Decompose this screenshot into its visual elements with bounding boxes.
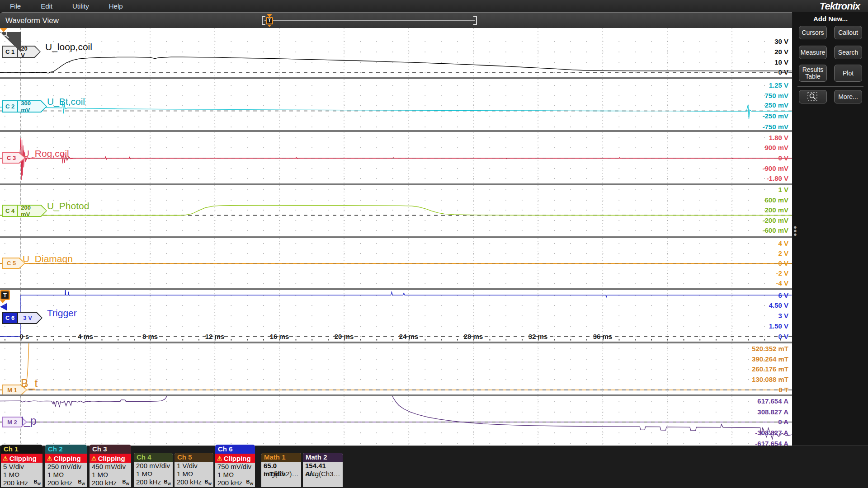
c1-waveform-label: U_loop,coil — [45, 42, 92, 52]
trigger-position-pointer-icon[interactable] — [267, 14, 272, 17]
menu-edit[interactable]: Edit — [31, 2, 62, 10]
channel-setting-row: 200 mV/div — [134, 462, 173, 470]
clipping-banner: ⚠Clipping — [215, 454, 255, 463]
channel-setting-row: 1 MΩ — [215, 471, 255, 479]
channel-setting-row: 1 MΩ — [90, 471, 131, 479]
c4-badge-text: 200 mV — [17, 206, 46, 216]
waveform-view-title: Waveform View — [5, 16, 59, 25]
channel-badge-header: Ch 5 — [175, 453, 213, 462]
channel-setting-row: 5 V/div — [1, 463, 42, 471]
c3-scale-label: -1.80 V — [767, 174, 788, 182]
time-axis-label: 36 ms — [593, 333, 613, 340]
measure-button[interactable]: Measure — [799, 46, 827, 59]
m1-scale-label: 0 T — [778, 386, 788, 394]
m2-scale-label: 617.654 A — [757, 397, 788, 405]
plot-button[interactable]: Plot — [834, 65, 862, 82]
c3-badge-text: C 3 — [3, 153, 24, 163]
c6-scale-label: 0 V — [778, 333, 788, 340]
search-button[interactable]: Search — [834, 46, 862, 59]
menu-utility[interactable]: Utility — [62, 2, 99, 10]
channel-settings-badge-ch3[interactable]: Ch 3⚠Clipping450 mV/div1 MΩ200 kHzBW — [90, 445, 131, 487]
trigger-source-flag-icon[interactable]: T — [0, 290, 10, 300]
c2-scale-label: -750 mV — [762, 123, 788, 131]
menu-help[interactable]: Help — [99, 2, 133, 10]
acquisition-window-left-bracket[interactable] — [262, 16, 265, 25]
c4-channel-badge-inner: C 4200 mV — [3, 206, 46, 216]
trigger-position-flag-icon[interactable]: T — [266, 17, 273, 24]
slice-divider — [0, 130, 792, 132]
c1-channel-badge-inner: C 120 V — [3, 47, 40, 57]
zoom-select-button[interactable] — [799, 90, 827, 103]
slice-c3: 1.80 V900 mV0 V-900 mV-1.80 VC 3U_Rog,co… — [0, 132, 792, 183]
c5-scale-label: 4 V — [778, 239, 788, 247]
clipping-text: Clipping — [54, 455, 81, 462]
c4-scale-label: -600 mV — [762, 226, 788, 234]
panel-drag-handle-icon[interactable]: ●●● — [793, 225, 797, 236]
C4-grid-and-trace — [0, 185, 792, 236]
waveform-plot[interactable]: 30 V20 V10 V0 VC 120 VU_loop,coil1.25 V7… — [0, 28, 792, 446]
c1-scale-label: 20 V — [774, 48, 788, 56]
slice-divider — [0, 236, 792, 238]
time-axis-label: 20 ms — [335, 333, 354, 340]
trigger-time-marker-icon[interactable] — [0, 28, 7, 32]
channel-badge-header: Ch 1 — [1, 445, 42, 454]
trigger-position-tail-icon — [268, 25, 271, 27]
clipping-banner: ⚠Clipping — [45, 454, 87, 463]
trigger-level-arrow-icon[interactable] — [0, 303, 7, 310]
c3-channel-badge-inner: C 3 — [3, 153, 24, 163]
channel-settings-badge-ch4[interactable]: Ch 4200 mV/div1 MΩ200 kHzBW — [134, 453, 173, 487]
m1-scale-label: 390.264 mT — [752, 355, 788, 363]
bandwidth-limit-icon: BW — [122, 479, 129, 486]
clipping-banner: ⚠Clipping — [1, 454, 42, 463]
sidebar-divider — [797, 86, 863, 87]
acquisition-window-right-bracket[interactable] — [473, 16, 477, 25]
channel-setting-row: 750 mV/div — [215, 463, 255, 471]
menu-bar: File Edit Utility Help Tektronix — [0, 0, 868, 12]
c4-channel-badge[interactable]: C 4200 mV — [2, 205, 47, 217]
slice-divider — [0, 394, 792, 396]
warning-icon: ⚠ — [3, 455, 8, 462]
channel-settings-badge-ch5[interactable]: Ch 51 V/div1 MΩ200 kHzBW — [175, 453, 213, 487]
channel-setting-row: 1 MΩ — [175, 470, 213, 478]
math-settings-badge-math1[interactable]: Math 165.0 mT/divIntg(Ch2)… — [261, 453, 301, 487]
c3-scale-label: 900 mV — [764, 144, 788, 151]
channel-setting-row: 1 MΩ — [134, 470, 173, 478]
c1-channel-badge[interactable]: C 120 V — [2, 46, 41, 58]
math-scale: 154.41 A/… — [303, 462, 343, 470]
c6-waveform-label: Trigger — [47, 308, 77, 319]
math-settings-badge-math2[interactable]: Math 2154.41 A/…-Intg(Ch3… — [303, 453, 343, 487]
c5-channel-badge[interactable]: C 5 — [2, 258, 25, 269]
zoom-select-icon — [807, 92, 819, 102]
clipping-text: Clipping — [9, 455, 37, 462]
c2-waveform-label: U_Bt,coil — [47, 96, 85, 107]
add-new-sidebar: Add New... Cursors Callout Measure Searc… — [793, 12, 868, 446]
m2-waveform-label: I_p — [21, 414, 37, 427]
c4-scale-label: 600 mV — [764, 196, 788, 204]
cursors-button[interactable]: Cursors — [799, 26, 827, 39]
C6-grid-and-trace — [0, 290, 792, 342]
channel-badge-header: Ch 6 — [215, 445, 255, 454]
warning-icon: ⚠ — [91, 455, 97, 462]
c6-channel-badge[interactable]: C 63 V — [2, 312, 42, 324]
time-axis-label: 32 ms — [528, 333, 548, 340]
c4-waveform-label: U_Photod — [47, 201, 89, 211]
callout-button[interactable]: Callout — [834, 26, 862, 39]
c6-channel-badge-inner: C 63 V — [3, 313, 42, 323]
c2-channel-badge[interactable]: C 2300 mV — [2, 100, 47, 113]
channel-setting-row: 1 MΩ — [45, 471, 87, 479]
channel-settings-badge-ch6[interactable]: Ch 6⚠Clipping750 mV/div1 MΩ200 kHzBW — [215, 445, 255, 487]
c3-channel-badge[interactable]: C 3 — [2, 152, 25, 164]
warning-icon: ⚠ — [217, 455, 222, 462]
trigger-source-flag-tail — [0, 300, 5, 303]
results-table-button[interactable]: Results Table — [799, 65, 827, 82]
more-button[interactable]: More... — [834, 90, 862, 103]
horizontal-position-bar[interactable] — [264, 20, 475, 21]
menu-file[interactable]: File — [0, 2, 31, 10]
channel-settings-badge-ch2[interactable]: Ch 2⚠Clipping250 mV/div1 MΩ200 kHzBW — [45, 445, 87, 487]
c2-badge-text: C 2 — [3, 101, 17, 112]
c2-scale-label: 250 mV — [764, 101, 788, 109]
channel-setting-row: 1 MΩ — [1, 471, 42, 479]
c3-scale-label: -900 mV — [762, 164, 788, 172]
bandwidth-limit-icon: BW — [33, 479, 41, 486]
channel-settings-badge-ch1[interactable]: Ch 1⚠Clipping5 V/div1 MΩ200 kHzBW — [1, 445, 42, 487]
